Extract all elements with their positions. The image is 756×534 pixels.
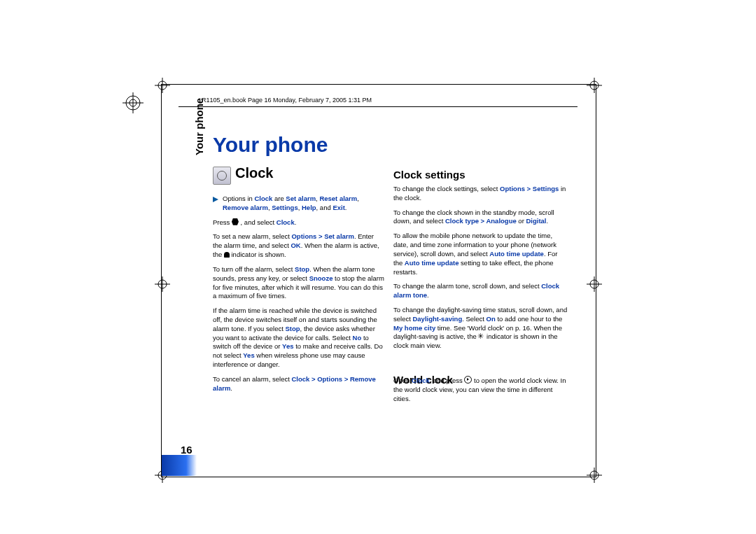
options-list: Options in Clock are Set alarm, Reset al…: [213, 195, 384, 213]
registration-mark-icon: [122, 92, 144, 113]
body-column-left: Options in Clock are Set alarm, Reset al…: [213, 195, 384, 398]
body-text: To change the clock shown in the standby…: [393, 209, 568, 227]
body-text: To change the clock settings, select Opt…: [393, 185, 568, 203]
body-text: If the alarm time is reached while the d…: [213, 307, 384, 370]
menu-key-icon: [232, 218, 239, 225]
section-heading-settings: Clock settings: [393, 169, 465, 181]
chapter-title: Your phone: [213, 133, 328, 157]
body-text: Press , and select Clock.: [213, 218, 384, 227]
body-text: To cancel an alarm, select Clock > Optio…: [213, 375, 384, 393]
running-header: R1105_en.book Page 16 Monday, February 7…: [202, 97, 372, 104]
header-rule: [178, 106, 578, 107]
body-text: Open Clock, and press to open the world …: [393, 376, 568, 403]
arrow-icon: [213, 197, 218, 202]
body-text: To change the daylight-saving time statu…: [393, 306, 568, 351]
body-text: To change the alarm tone, scroll down, a…: [393, 282, 568, 300]
section-heading-clock: Clock: [235, 165, 273, 181]
body-text: To set a new alarm, select Options > Set…: [213, 232, 384, 259]
body-text: To allow the mobile phone network to upd…: [393, 232, 568, 276]
page-tab-bar: [162, 455, 197, 476]
daylight-indicator-icon: [478, 333, 484, 339]
alarm-indicator-icon: [224, 252, 230, 258]
page-number: 16: [181, 444, 192, 456]
body-column-right: To change the clock settings, select Opt…: [393, 185, 568, 409]
clock-app-icon: [213, 167, 231, 185]
scroll-key-icon: [464, 376, 472, 384]
side-section-label: Your phone: [193, 98, 205, 155]
body-text: To turn off the alarm, select Stop. When…: [213, 265, 384, 301]
